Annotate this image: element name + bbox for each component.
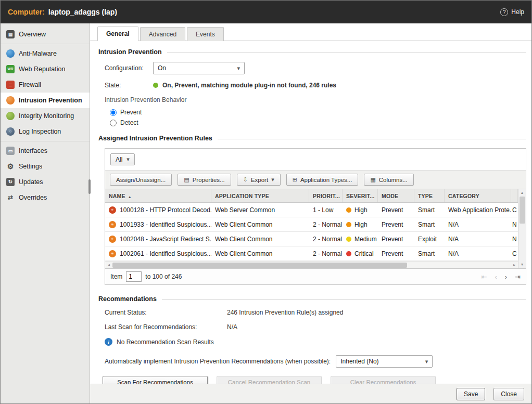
sidebar-item-web-reputation[interactable]: Web Reputation	[1, 61, 90, 77]
sidebar-item-label: Interfaces	[19, 147, 47, 154]
assigned-rules-panel: All Assign/Unassign... Properties...	[105, 148, 526, 285]
rule-priority: 2 - Normal	[309, 250, 343, 257]
sidebar-item-settings[interactable]: Settings	[1, 159, 90, 174]
general-tab-content: Intrusion Prevention Configuration: On S…	[90, 41, 531, 384]
horizontal-scroll-track[interactable]	[112, 262, 511, 268]
overview-icon	[6, 30, 15, 38]
close-button[interactable]: Close	[493, 388, 524, 400]
sidebar-item-anti-malware[interactable]: Anti-Malware	[1, 46, 90, 61]
rule-type: Smart	[414, 206, 445, 214]
configuration-dropdown[interactable]: On	[153, 62, 245, 74]
application-types-button[interactable]: Application Types...	[286, 174, 359, 186]
rule-severity: Critical	[354, 250, 374, 257]
column-header-type[interactable]: TYPE	[414, 189, 445, 202]
intrusion-prevention-icon	[6, 96, 15, 105]
detect-radio[interactable]	[110, 120, 117, 126]
footer-bar: Save Close	[90, 384, 531, 403]
current-status-row: Current Status: 246 Intrusion Prevention…	[105, 309, 526, 316]
last-scan-value: N/A	[227, 323, 237, 331]
assign-unassign-button[interactable]: Assign/Unassign...	[110, 174, 172, 186]
web-reputation-icon	[6, 65, 15, 73]
rule-application-type: Web Client Common	[211, 221, 309, 228]
vertical-scrollbar[interactable]	[518, 189, 526, 268]
rule-severity: High	[354, 221, 368, 228]
table-row[interactable]: 1002061 - Identified Suspicious... Web C…	[105, 246, 518, 261]
sidebar-item-intrusion-prevention[interactable]: Intrusion Prevention	[1, 93, 90, 108]
table-row[interactable]: 1000128 - HTTP Protocol Decod... Web Ser…	[105, 203, 518, 217]
gear-icon	[6, 162, 15, 171]
column-header-mode[interactable]: MODE	[378, 189, 414, 202]
columns-button[interactable]: Columns...	[364, 174, 413, 186]
sidebar-item-overrides[interactable]: Overrides	[1, 190, 90, 205]
help-label: Help	[511, 8, 524, 16]
rule-severity: Medium	[354, 236, 377, 243]
vertical-scroll-thumb[interactable]	[520, 197, 525, 224]
configuration-value: On	[158, 64, 166, 72]
configuration-label: Configuration:	[105, 64, 153, 72]
column-header-label: TYPE	[418, 193, 433, 199]
tab-advanced[interactable]: Advanced	[140, 27, 185, 41]
rule-name: 1002048 - JavaScript Redirect S...	[120, 236, 211, 243]
sidebar-divider	[1, 141, 90, 141]
rule-mode: Prevent	[378, 221, 414, 228]
sidebar-item-interfaces[interactable]: Interfaces	[1, 143, 90, 159]
next-page-icon[interactable]	[505, 273, 507, 281]
chevron-down-icon	[425, 358, 428, 365]
tab-events[interactable]: Events	[187, 27, 224, 41]
column-header-severity[interactable]: SEVERIT...	[343, 189, 378, 202]
sidebar-item-integrity-monitoring[interactable]: Integrity Monitoring	[1, 108, 90, 124]
horizontal-scroll-thumb[interactable]	[112, 263, 407, 268]
properties-button[interactable]: Properties...	[178, 174, 231, 186]
chevron-down-icon	[126, 156, 130, 163]
auto-implement-label: Automatically implement Intrusion Preven…	[105, 358, 331, 365]
scroll-left-icon[interactable]	[105, 263, 112, 267]
rule-category: Web Application Prote...	[445, 206, 511, 214]
firewall-icon	[6, 81, 15, 89]
scroll-down-icon[interactable]	[521, 262, 523, 268]
rule-clipped-text: C	[511, 250, 518, 257]
severity-dot	[346, 237, 351, 242]
rule-icon	[109, 236, 116, 243]
export-button[interactable]: Export	[237, 174, 281, 186]
last-scan-label: Last Scan for Recommendations:	[105, 323, 227, 331]
help-button[interactable]: Help	[500, 8, 524, 16]
vertical-scroll-track[interactable]	[518, 196, 526, 262]
save-button[interactable]: Save	[457, 388, 485, 400]
rule-type: Smart	[414, 250, 445, 257]
previous-page-icon[interactable]	[495, 273, 497, 281]
anti-malware-icon	[6, 49, 15, 58]
pagination-controls	[482, 273, 521, 281]
sidebar-item-overview[interactable]: Overview	[1, 27, 90, 42]
rule-priority: 1 - Low	[309, 206, 343, 214]
application-types-label: Application Types...	[300, 177, 352, 183]
sidebar-item-firewall[interactable]: Firewall	[1, 77, 90, 93]
state-row: State: On, Prevent, matching module plug…	[105, 82, 526, 89]
tab-general[interactable]: General	[97, 27, 138, 41]
auto-implement-dropdown[interactable]: Inherited (No)	[336, 355, 433, 368]
rule-type: Smart	[414, 221, 445, 228]
item-number-input[interactable]	[126, 271, 142, 282]
horizontal-scrollbar[interactable]	[105, 261, 518, 268]
column-header-label: MODE	[382, 193, 398, 199]
column-header-priority[interactable]: PRIORIT...	[309, 189, 343, 202]
scroll-right-icon[interactable]	[511, 263, 518, 267]
sidebar-item-updates[interactable]: Updates	[1, 174, 90, 190]
last-page-icon[interactable]	[515, 273, 521, 281]
scroll-up-icon[interactable]	[521, 190, 523, 196]
auto-implement-row: Automatically implement Intrusion Preven…	[105, 355, 526, 368]
application-types-icon	[293, 177, 297, 183]
scan-for-recommendations-button[interactable]: Scan For Recommendations	[103, 376, 208, 384]
first-page-icon[interactable]	[482, 273, 487, 281]
table-row[interactable]: 1001933 - Identified Suspicious... Web C…	[105, 217, 518, 232]
sidebar-item-log-inspection[interactable]: Log Inspection	[1, 124, 90, 139]
rule-priority: 2 - Normal	[309, 221, 343, 228]
rule-application-type: Web Client Common	[211, 250, 309, 257]
behavior-label: Intrusion Prevention Behavior	[105, 96, 526, 103]
sidebar-splitter-handle[interactable]	[88, 179, 91, 194]
column-header-name[interactable]: NAME	[105, 189, 211, 202]
column-header-application-type[interactable]: APPLICATION TYPE	[211, 189, 309, 202]
prevent-radio[interactable]	[110, 109, 117, 116]
column-header-category[interactable]: CATEGORY	[445, 189, 511, 202]
rules-filter-dropdown[interactable]: All	[110, 153, 135, 165]
table-row[interactable]: 1002048 - JavaScript Redirect S... Web C…	[105, 232, 518, 246]
